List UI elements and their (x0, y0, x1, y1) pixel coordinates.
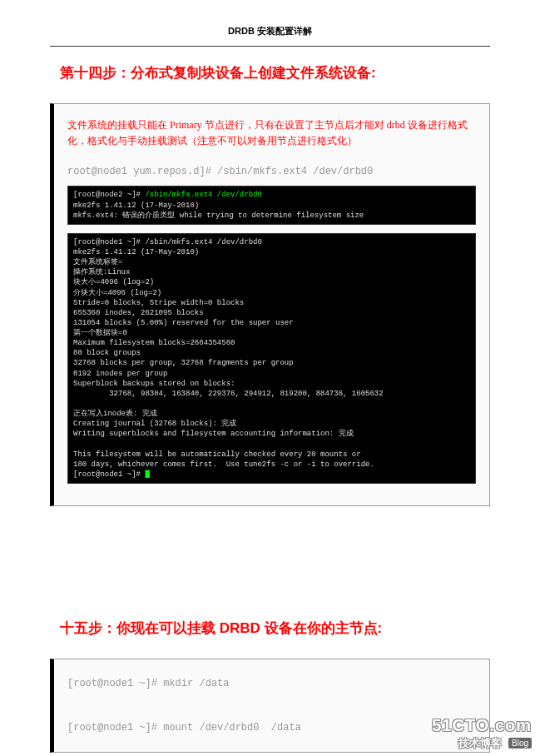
step14-command: root@node1 yum.repos.d]# /sbin/mkfs.ext4… (67, 166, 476, 177)
watermark-domain: 51CTO.com (432, 716, 532, 735)
term1-line2: mke2fs 1.41.12 (17-May-2010) (73, 201, 199, 210)
term2-prompt: [root@node1 ~]# (73, 470, 145, 479)
watermark: 51CTO.com 技术博客 Blog (432, 716, 532, 751)
term1-host: [root@node2 ~]# (73, 191, 145, 199)
step14-block: 文件系统的挂载只能在 Primary 节点进行，只有在设置了主节点后才能对 dr… (50, 103, 490, 506)
step15-commands: [root@node1 ~]# mkdir /data [root@node1 … (67, 673, 476, 739)
step14-note: 文件系统的挂载只能在 Primary 节点进行，只有在设置了主节点后才能对 dr… (67, 117, 476, 149)
step15-block: [root@node1 ~]# mkdir /data [root@node1 … (50, 659, 490, 753)
page-header: DRDB 安装配置详解 (50, 25, 490, 47)
term1-line3: mkfs.ext4: 错误的介质类型 while trying to deter… (73, 211, 364, 220)
step14-title: 第十四步：分布式复制块设备上创建文件系统设备: (60, 63, 490, 82)
term1-cmd: /sbin/mkfs.ext4 /dev/drbd0 (145, 191, 261, 199)
term2-cursor: █ (145, 470, 149, 479)
term2-body: [root@node1 ~]# /sbin/mkfs.ext4 /dev/drb… (73, 238, 384, 469)
step15-title: 十五步：你现在可以挂载 DRBD 设备在你的主节点: (60, 619, 490, 638)
watermark-label: 技术博客 (458, 737, 502, 749)
watermark-blog-badge: Blog (508, 738, 532, 749)
terminal-error: [root@node2 ~]# /sbin/mkfs.ext4 /dev/drb… (67, 186, 476, 224)
terminal-success: [root@node1 ~]# /sbin/mkfs.ext4 /dev/drb… (67, 233, 476, 484)
